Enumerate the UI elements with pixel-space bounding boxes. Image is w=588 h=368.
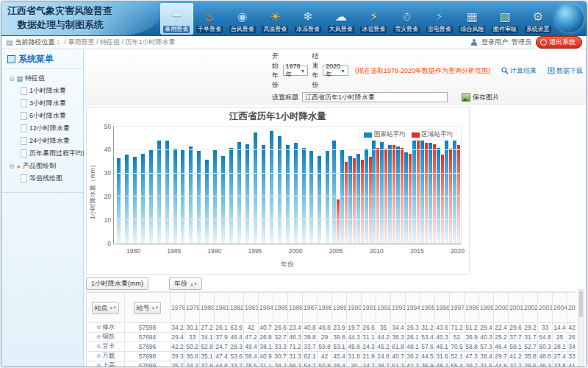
nav-item-rainstorm[interactable]: ☂暴雨普查	[160, 3, 193, 35]
sidebar-item-等值线绘图[interactable]: 等值线绘图	[3, 172, 82, 185]
year-column-header[interactable]: 2005	[567, 293, 576, 323]
year-column-header[interactable]: 1997	[450, 293, 465, 323]
expand-row-icon[interactable]: ⊕	[96, 333, 101, 340]
year-column-header[interactable]: 1990	[347, 293, 362, 323]
vertical-scrollbar[interactable]	[578, 289, 584, 367]
value-cell: 42.2	[171, 342, 185, 352]
download-icon	[548, 67, 555, 74]
year-column-header[interactable]: 1985	[273, 293, 288, 323]
nav-item-lightning[interactable]: ⚡雷电普查	[423, 3, 456, 35]
year-column-header[interactable]: 2002	[523, 293, 538, 323]
value-cell: 46.4	[494, 342, 509, 352]
year-column-header[interactable]: 2001	[509, 293, 523, 323]
value-cell: 39.8	[303, 333, 318, 342]
year-column-header[interactable]: 1993	[391, 293, 406, 323]
calculate-button[interactable]: 计算结果	[501, 66, 537, 76]
year-column-header[interactable]: 1992	[376, 293, 391, 323]
expander-icon[interactable]: ⊖	[9, 75, 15, 82]
bar-group-1990	[211, 127, 219, 244]
year-column-header[interactable]: 2000	[494, 293, 509, 323]
value-cell: 71.2	[450, 323, 465, 333]
value-cell: 35.8	[523, 352, 538, 361]
chart-title-input[interactable]	[302, 92, 448, 102]
nav-item-high-temp[interactable]: ☀高温普查	[259, 3, 292, 35]
sidebar-node-1[interactable]: ⊖◕产品图绘制	[3, 160, 82, 172]
sidebar-item-24小时降水量[interactable]: 24小时降水量	[3, 135, 82, 147]
nav-item-calculator[interactable]: ▦综合风险	[456, 3, 489, 35]
bar-national	[125, 155, 129, 244]
sidebar-item-12小时降水量[interactable]: 12小时降水量	[3, 122, 82, 135]
bar-national	[262, 145, 265, 244]
download-button[interactable]: 数据下载	[548, 66, 583, 76]
expand-row-icon[interactable]: ⊕	[96, 362, 101, 367]
globe-icon	[556, 4, 584, 32]
nav-item-hail[interactable]: ⚡冰雹普查	[357, 3, 390, 35]
expander-icon[interactable]: ⊖	[9, 163, 15, 170]
value-cell: 29.6	[509, 323, 523, 333]
year-column-header[interactable]: 1996	[435, 293, 450, 323]
gridline	[114, 196, 461, 197]
station-name-cell[interactable]: ⊕铜鼓	[87, 333, 125, 342]
year-column-header[interactable]: 1995	[420, 293, 435, 323]
freeze-icon: ❄	[303, 10, 312, 26]
station-id-sort-control[interactable]: 站号▲▼	[134, 302, 162, 314]
nav-item-snow[interactable]: ☃雪灾普查	[390, 3, 423, 35]
station-name-cell[interactable]: ⊕宜丰	[87, 342, 125, 352]
value-cell: 26.6	[362, 323, 376, 333]
vscroll-thumb[interactable]	[579, 291, 583, 317]
bar-national	[157, 141, 161, 244]
nav-item-gale[interactable]: ☁大风普查	[324, 3, 357, 35]
year-column-header[interactable]: 1987	[303, 293, 318, 323]
year-column-header[interactable]: 1979	[185, 293, 200, 323]
expand-row-icon[interactable]: ⊕	[96, 353, 101, 359]
station-sort-control[interactable]: 站点▲▼	[92, 302, 120, 314]
year-sort-control[interactable]: 年份▲▼	[169, 277, 202, 290]
legend-item[interactable]: 区域站平均	[412, 130, 453, 139]
metric-selector[interactable]: 1小时降水量(mm)	[86, 277, 148, 290]
year-column-header[interactable]: 2004	[553, 293, 567, 323]
year-column-header[interactable]: 1991	[362, 293, 376, 323]
nav-item-map[interactable]: ▧图件审核	[489, 3, 522, 35]
year-column-header[interactable]: 1988	[318, 293, 332, 323]
expand-row-icon[interactable]: ⊕	[96, 343, 101, 350]
end-year-select[interactable]: 2020年▼	[323, 66, 348, 76]
value-cell: 48.6	[538, 352, 553, 361]
year-column-header[interactable]: 1994	[406, 293, 420, 323]
station-name-cell[interactable]: ⊕上高	[87, 361, 125, 368]
nav-item-wrench[interactable]: ⚙系统设置	[521, 3, 554, 35]
nav-item-drought[interactable]: ♨干旱普查	[193, 3, 226, 35]
logout-button[interactable]: 退出系统	[536, 36, 582, 49]
sidebar-item-3小时降水量[interactable]: 3小时降水量	[3, 97, 82, 110]
start-year-select[interactable]: 1978年▼	[283, 66, 309, 76]
expand-row-icon[interactable]: ⊕	[96, 324, 101, 330]
sidebar-item-6小时降水量[interactable]: 6小时降水量	[3, 110, 82, 122]
year-column-header[interactable]: 1999	[479, 293, 494, 323]
year-column-header[interactable]: 1982	[229, 293, 244, 323]
bar-group-2009	[364, 127, 372, 244]
value-cell: 44.2	[376, 333, 391, 342]
bar-national	[294, 143, 298, 244]
year-column-header[interactable]: 1978	[171, 293, 185, 323]
year-column-header[interactable]: 1989	[332, 293, 347, 323]
year-column-header[interactable]: 1998	[465, 293, 479, 323]
year-column-header[interactable]: 1983	[244, 293, 259, 323]
bar-national	[340, 150, 344, 244]
save-image-button[interactable]: 保存图片	[462, 93, 499, 102]
bar-national	[396, 146, 400, 244]
year-column-header[interactable]: 1984	[259, 293, 273, 323]
sidebar-node-0[interactable]: ⊖▤特征值	[3, 72, 82, 85]
bar-group-1984	[163, 127, 171, 244]
year-column-header[interactable]: 1981	[215, 293, 229, 323]
legend-item[interactable]: 国家站平均	[364, 130, 406, 139]
bar-group-2020	[452, 127, 460, 244]
year-column-header[interactable]: 1986	[288, 293, 303, 323]
station-name-cell[interactable]: ⊕修水	[87, 323, 125, 333]
bar-group-1986	[179, 127, 187, 244]
sidebar-item-历年暴雨过程平均雨量[interactable]: 历年暴雨过程平均雨量	[3, 147, 82, 160]
nav-item-freeze[interactable]: ❄冰冻普查	[292, 3, 325, 35]
station-name-cell[interactable]: ⊕万载	[87, 352, 125, 361]
year-column-header[interactable]: 1980	[200, 293, 215, 323]
nav-item-typhoon[interactable]: ◉台风普查	[226, 3, 259, 35]
sidebar-item-1小时降水量[interactable]: 1小时降水量	[3, 85, 82, 97]
year-column-header[interactable]: 2003	[538, 293, 553, 323]
